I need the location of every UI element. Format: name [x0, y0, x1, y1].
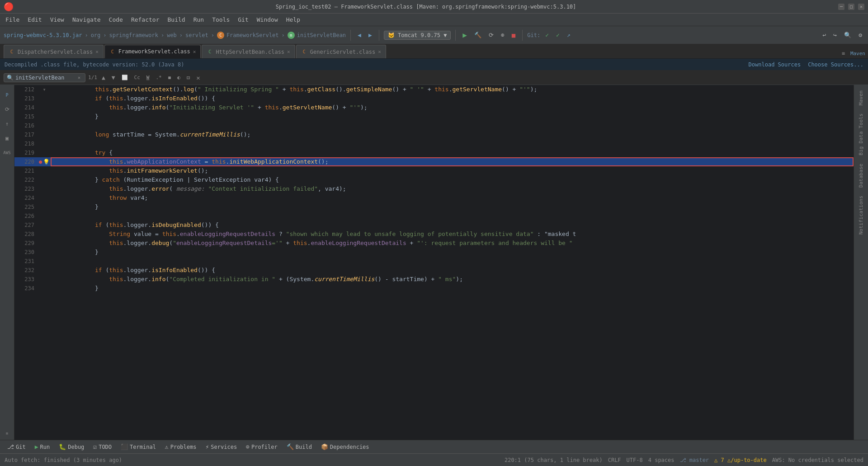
undo-button[interactable]: ↩ — [821, 30, 829, 40]
sidebar-commit-icon[interactable]: ⟳ — [1, 103, 14, 116]
tab-close-generic[interactable]: ✕ — [378, 49, 381, 55]
search-close-btn[interactable]: ✕ — [196, 74, 200, 81]
choose-sources-link[interactable]: Choose Sources... — [808, 61, 863, 68]
git-branch[interactable]: ⎇ master — [680, 457, 709, 463]
terminal-panel-btn[interactable]: ⬛ Terminal — [117, 442, 160, 452]
fold-icon-212[interactable]: ▾ — [42, 85, 46, 94]
profiler-panel-btn[interactable]: ⊙ Profiler — [242, 442, 281, 452]
maven-panel-btn[interactable]: Maven — [848, 49, 868, 58]
menu-item-tools[interactable]: Tools — [208, 15, 233, 24]
aws-status[interactable]: AWS: No credentials selected — [772, 457, 863, 463]
code-text-214[interactable]: this.logger.info("Initializing Servlet '… — [51, 103, 854, 112]
code-text-215[interactable]: } — [51, 112, 854, 121]
tab-close-dispatcher[interactable]: ✕ — [95, 49, 99, 55]
tabs-overflow-btn[interactable]: ≡ — [839, 48, 848, 58]
menu-item-help[interactable]: Help — [283, 15, 304, 24]
tab-dispatcherservlet[interactable]: C DispatcherServlet.class ✕ — [4, 45, 104, 58]
code-text-224[interactable]: throw var4; — [51, 193, 854, 202]
search-next-btn[interactable]: ▼ — [110, 74, 117, 81]
menu-item-edit[interactable]: Edit — [24, 15, 45, 24]
code-text-226[interactable] — [51, 212, 854, 221]
code-text-219[interactable]: try { — [51, 148, 854, 157]
git-check-1[interactable]: ✓ — [543, 30, 551, 40]
menu-item-run[interactable]: Run — [190, 15, 208, 24]
tab-genericservlet[interactable]: C GenericServlet.class ✕ — [296, 45, 386, 58]
more-run-btn[interactable]: ⊕ — [499, 30, 507, 40]
menu-item-navigate[interactable]: Navigate — [69, 15, 104, 24]
git-check-2[interactable]: ✓ — [554, 30, 562, 40]
code-text-229[interactable]: this.logger.debug("enableLoggingRequestD… — [51, 239, 854, 248]
settings-button[interactable]: ⚙ — [856, 30, 864, 40]
search-word-btn[interactable]: W — [145, 74, 151, 81]
build-button[interactable]: 🔨 — [472, 30, 484, 40]
build-panel-btn[interactable]: 🔨 Build — [283, 442, 316, 452]
code-text-225[interactable]: } — [51, 202, 854, 212]
search-button[interactable]: 🔍 — [842, 30, 854, 40]
bc-frameworkservlet[interactable]: FrameworkServlet — [226, 32, 279, 38]
code-text-234[interactable]: } — [51, 284, 854, 293]
redo-button[interactable]: ↪ — [831, 30, 839, 40]
code-text-233[interactable]: this.logger.info("Completed initializati… — [51, 275, 854, 284]
code-text-231[interactable] — [51, 257, 854, 266]
services-panel-btn[interactable]: ⚡ Services — [202, 442, 241, 452]
reload-button[interactable]: ⟳ — [486, 30, 496, 40]
code-text-232[interactable]: if (this.logger.isInfoEnabled()) { — [51, 266, 854, 275]
tab-close-http[interactable]: ✕ — [287, 49, 290, 55]
search-highlight-btn[interactable]: ◐ — [175, 74, 182, 81]
run-button[interactable]: ▶ — [460, 29, 469, 41]
dependencies-panel-btn[interactable]: 📦 Dependencies — [317, 442, 373, 452]
menu-item-refactor[interactable]: Refactor — [127, 15, 163, 24]
bc-org[interactable]: org — [91, 32, 101, 38]
quickfix-icon-220[interactable]: 💡 — [43, 157, 50, 166]
tomcat-selector[interactable]: 🐱 Tomcat 9.0.75 ▼ — [384, 31, 451, 40]
menu-item-code[interactable]: Code — [105, 15, 127, 24]
code-text-216[interactable] — [51, 121, 854, 130]
git-panel-btn[interactable]: ⎇ Git — [4, 442, 29, 452]
tab-close-framework[interactable]: ✕ — [193, 49, 196, 55]
code-text-230[interactable]: } — [51, 248, 854, 257]
sidebar-project-icon[interactable]: P — [1, 89, 14, 101]
run-panel-btn[interactable]: ▶ Run — [31, 442, 54, 452]
sidebar-bookmarks-icon[interactable]: ▣ — [1, 132, 14, 145]
code-text-227[interactable]: if (this.logger.isDebugEnabled()) { — [51, 221, 854, 230]
sidebar-database-label[interactable]: Database — [856, 160, 866, 191]
search-wrap-btn[interactable]: ⬜ — [120, 74, 130, 81]
git-push[interactable]: ↗ — [565, 30, 573, 40]
sidebar-pullreqs-icon[interactable]: ↑ — [1, 118, 14, 130]
menu-item-git[interactable]: Git — [234, 15, 252, 24]
code-text-223[interactable]: this.logger.error( message: "Context ini… — [51, 184, 854, 193]
debug-panel-btn[interactable]: 🐛 Debug — [55, 442, 88, 452]
sidebar-bigdata-label[interactable]: Big Data Tools — [856, 110, 866, 159]
bc-springframework[interactable]: springframework — [109, 32, 158, 38]
code-text-212[interactable]: this.getServletContext().log(" Initializ… — [51, 85, 854, 94]
tab-httpservletbean[interactable]: C HttpServletBean.class ✕ — [202, 45, 295, 58]
code-text-221[interactable]: this.initFrameworkServlet(); — [51, 166, 854, 175]
code-text-218[interactable] — [51, 139, 854, 148]
sidebar-maven-label[interactable]: Maven — [856, 87, 866, 109]
search-regex-btn[interactable]: .* — [154, 74, 163, 81]
maximize-button[interactable]: □ — [848, 4, 854, 10]
search-inselection-btn[interactable]: ◼ — [166, 74, 173, 81]
breakpoint-icon-220[interactable]: ● — [39, 157, 42, 166]
stop-button[interactable]: ■ — [509, 30, 518, 40]
code-text-220[interactable]: this.webApplicationContext = this.initWe… — [51, 157, 854, 166]
bc-web[interactable]: web — [167, 32, 177, 38]
tab-frameworkservlet[interactable]: C FrameworkServlet.class ✕ — [104, 45, 201, 58]
code-text-217[interactable]: long startTime = System.currentTimeMilli… — [51, 130, 854, 139]
menu-item-view[interactable]: View — [47, 15, 68, 24]
sidebar-aws-icon[interactable]: AWS — [1, 146, 14, 159]
download-sources-link[interactable]: Download Sources — [749, 61, 801, 68]
search-filter-btn[interactable]: ⊟ — [185, 74, 192, 81]
bc-servlet[interactable]: servlet — [185, 32, 208, 38]
problems-panel-btn[interactable]: ⚠ Problems — [161, 442, 200, 452]
indent[interactable]: 4 spaces — [648, 457, 675, 463]
search-prev-btn[interactable]: ▲ — [100, 74, 107, 81]
search-clear-btn[interactable]: ✕ — [76, 75, 82, 80]
navigate-fwd-btn[interactable]: ▶ — [366, 30, 374, 40]
line-ending[interactable]: CRLF — [608, 457, 621, 463]
encoding[interactable]: UTF-8 — [627, 457, 643, 463]
breadcrumb-jar[interactable]: spring-webmvc-5.3.10.jar — [4, 32, 82, 38]
menu-item-build[interactable]: Build — [164, 15, 189, 24]
search-input[interactable] — [15, 75, 74, 81]
close-button[interactable]: ✕ — [858, 4, 864, 10]
